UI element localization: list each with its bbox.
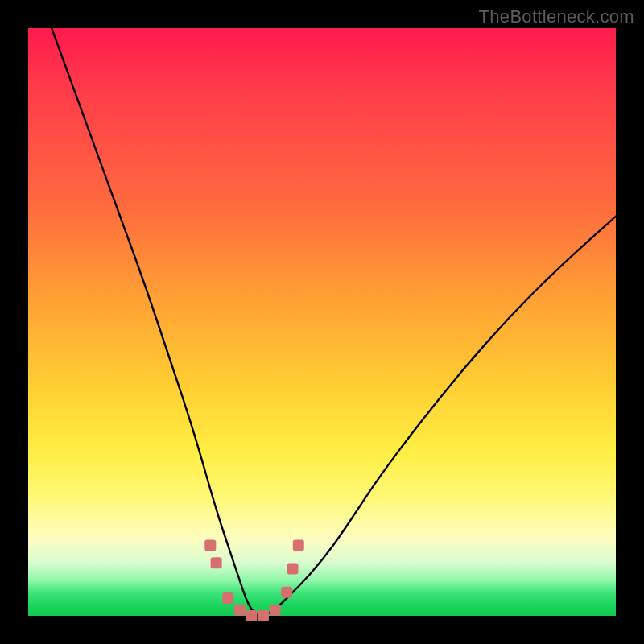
trough-marker — [222, 592, 233, 604]
chart-frame: TheBottleneck.com — [0, 0, 644, 644]
trough-marker — [293, 539, 304, 551]
chart-plot-area — [28, 28, 616, 616]
trough-marker — [270, 605, 281, 616]
trough-marker — [234, 605, 246, 616]
chart-svg — [28, 28, 616, 616]
trough-marker — [246, 610, 257, 621]
trough-marker — [287, 564, 299, 575]
bottleneck-curve — [52, 28, 616, 616]
trough-marker — [281, 587, 292, 598]
trough-markers — [204, 539, 303, 621]
trough-marker — [204, 539, 216, 551]
trough-marker — [211, 557, 222, 568]
trough-marker — [258, 610, 269, 621]
watermark-text: TheBottleneck.com — [479, 6, 634, 27]
